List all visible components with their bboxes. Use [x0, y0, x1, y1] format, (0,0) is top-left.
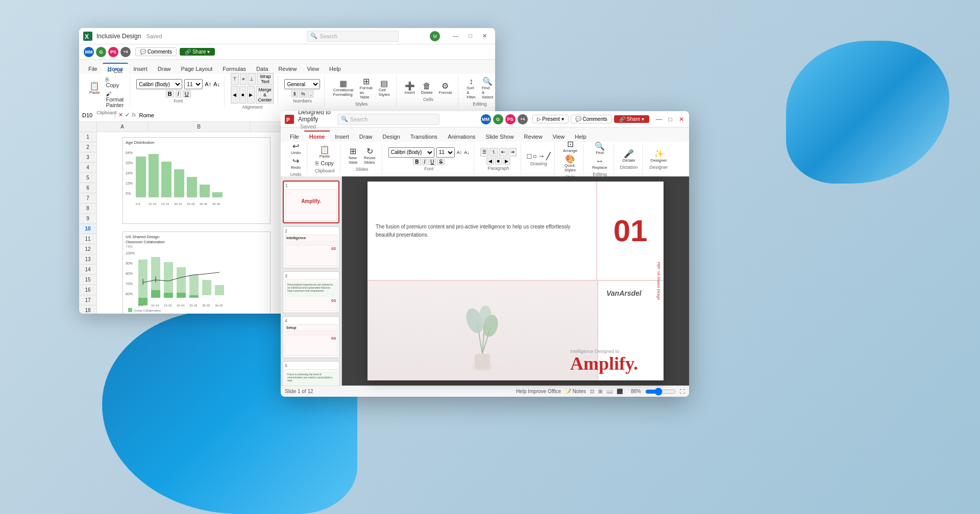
ppt-font-shrink[interactable]: A↓ [464, 150, 470, 155]
ppt-align-left-btn[interactable]: ◀ [486, 158, 494, 165]
ppt-tab-home[interactable]: Home [304, 131, 330, 142]
present-btn[interactable]: ▷ Present ▾ [532, 115, 569, 123]
underline-btn[interactable]: U [183, 90, 191, 97]
ppt-view-presentation[interactable]: ⬛ [617, 389, 623, 394]
align-left-btn[interactable]: ◀ [231, 86, 238, 104]
ppt-zoom-slider[interactable] [645, 388, 676, 396]
font-family-select[interactable]: Calibri (Body) [136, 79, 182, 89]
font-grow-btn[interactable]: A↑ [205, 82, 211, 87]
conditional-format-btn[interactable]: ▦ ConditionalFormatting [331, 76, 355, 100]
ppt-tab-animations[interactable]: Animations [443, 132, 480, 142]
ppt-indent-increase-btn[interactable]: ⇥ [508, 148, 517, 157]
merge-center-btn[interactable]: Merge & Center [256, 86, 274, 104]
ppt-strike-btn[interactable]: S [437, 159, 445, 165]
ppt-underline-btn[interactable]: U [428, 159, 436, 165]
formula-cancel-icon[interactable]: ✕ [118, 112, 123, 118]
excel-tab-view[interactable]: View [302, 64, 324, 74]
excel-tab-pagelayout[interactable]: Page Layout [176, 64, 217, 74]
insert-btn[interactable]: ➕ Insert [403, 81, 417, 96]
ppt-tab-file[interactable]: File [285, 132, 304, 142]
align-middle-btn[interactable]: ≡ [240, 73, 247, 85]
ppt-font-size[interactable]: 11 [436, 147, 455, 158]
font-size-select[interactable]: 11 [184, 79, 203, 89]
ppt-view-slide-sorter[interactable]: ⊞ [598, 389, 602, 394]
ppt-close-btn[interactable]: ✕ [678, 116, 685, 123]
ppt-tab-design[interactable]: Design [377, 132, 405, 142]
excel-search-bar[interactable]: 🔍 Search [307, 31, 399, 42]
ppt-minimize-btn[interactable]: — [655, 116, 663, 123]
ppt-font-grow[interactable]: A↑ [457, 150, 462, 155]
ppt-bold-btn[interactable]: B [413, 159, 421, 165]
align-center-btn[interactable]: ■ [239, 86, 246, 104]
excel-comments-btn[interactable]: 💬 Comments [135, 47, 177, 56]
shape-square[interactable]: □ [527, 152, 531, 160]
dictate-btn[interactable]: 🎤Dictate [621, 149, 638, 164]
align-bottom-btn[interactable]: ⊥ [248, 73, 256, 85]
ppt-slide-1[interactable]: The fusion of premium content and pro-ac… [368, 182, 664, 380]
find-select-btn[interactable]: 🔍 Find &Select [480, 76, 495, 100]
ppt-fit-slide-btn[interactable]: ⛶ [680, 389, 685, 394]
ppt-align-right-btn[interactable]: ▶ [503, 158, 510, 165]
slide-thumb-1[interactable]: 1 ▪ ▪ Amplify. [283, 181, 339, 223]
ppt-align-center-btn[interactable]: ■ [495, 158, 502, 165]
ppt-tab-transitions[interactable]: Transitions [405, 132, 443, 142]
align-right-btn[interactable]: ▶ [247, 86, 255, 104]
delete-btn[interactable]: 🗑 Delete [419, 81, 435, 96]
ppt-tab-insert[interactable]: Insert [330, 132, 354, 142]
bold-btn[interactable]: B [166, 90, 174, 97]
ppt-numbering-btn[interactable]: ⒈ [489, 148, 498, 157]
ppt-indent-decrease-btn[interactable]: ⇤ [499, 148, 507, 157]
ppt-maximize-btn[interactable]: □ [667, 116, 674, 123]
sort-filter-btn[interactable]: ↕ Sort &Filter [464, 76, 478, 100]
wrap-text-btn[interactable]: Wrap Text [257, 73, 274, 85]
slide-thumb-4[interactable]: 4 Setup 04 [283, 316, 339, 358]
ppt-view-reading[interactable]: 📖 [606, 389, 612, 394]
excel-tab-draw[interactable]: Draw [153, 64, 176, 74]
cell-reference[interactable]: D10 [82, 112, 115, 118]
excel-maximize-btn[interactable]: □ [464, 32, 476, 40]
ppt-tab-slideshow[interactable]: Slide Show [481, 132, 519, 142]
shape-arrow[interactable]: → [538, 152, 545, 160]
reuse-slides-btn[interactable]: ↻ReuseSlides [362, 146, 378, 166]
paste-btn[interactable]: 📋 Paste [87, 67, 102, 109]
excel-close-btn[interactable]: ✕ [478, 32, 491, 40]
italic-btn[interactable]: I [176, 90, 181, 97]
excel-tab-help[interactable]: Help [324, 64, 346, 74]
formula-fx-icon[interactable]: fx [132, 112, 136, 118]
currency-btn[interactable]: $ [291, 90, 298, 97]
excel-tab-data[interactable]: Data [251, 64, 273, 74]
shape-circle[interactable]: ○ [532, 152, 536, 160]
percent-btn[interactable]: % [299, 90, 307, 97]
arrange-btn[interactable]: ⊡Arrange [561, 139, 579, 154]
excel-minimize-btn[interactable]: — [449, 32, 462, 40]
format-painter-btn[interactable]: 🖌 Format Painter [104, 90, 126, 109]
ppt-search-bar[interactable]: 🔍 Search [337, 114, 439, 125]
quick-styles-btn[interactable]: 🎨QuickStyles [562, 154, 578, 173]
ppt-comments-btn[interactable]: 💬 Comments [571, 115, 612, 123]
ppt-font-family[interactable]: Calibri (Body) [388, 147, 434, 158]
excel-tab-formulas[interactable]: Formulas [217, 64, 251, 74]
excel-tab-review[interactable]: Review [273, 64, 302, 74]
ppt-tab-review[interactable]: Review [519, 132, 548, 142]
slide-thumb-5[interactable]: 5 Focus is achieving the level of concen… [283, 361, 339, 386]
ppt-redo-btn[interactable]: ↪Redo [289, 156, 303, 171]
copy-btn[interactable]: ⎘ Copy [104, 76, 126, 89]
ppt-tab-draw[interactable]: Draw [354, 132, 378, 142]
align-top-btn[interactable]: ⊤ [231, 73, 239, 85]
comma-btn[interactable]: , [308, 90, 314, 97]
ppt-find-btn[interactable]: 🔍Find [593, 141, 607, 156]
ppt-view-normal[interactable]: ⊡ [590, 389, 594, 394]
font-shrink-btn[interactable]: A↓ [213, 82, 220, 87]
formula-confirm-icon[interactable]: ✓ [125, 112, 130, 118]
new-slide-btn[interactable]: ⊞NewSlide [347, 146, 360, 166]
ppt-copy-btn[interactable]: ⎘ Copy [313, 160, 336, 167]
format-as-table-btn[interactable]: ⊞ Format asTable [358, 76, 375, 100]
format-btn[interactable]: ⚙ Format [437, 81, 454, 96]
slide-thumb-3[interactable]: 3 Personalised experiences are tailored … [283, 271, 339, 313]
ppt-share-btn[interactable]: 🔗 Share ▾ [614, 115, 649, 123]
designer-btn[interactable]: ✨Designer [649, 149, 669, 164]
number-format-select[interactable]: General [284, 79, 320, 89]
cut-btn[interactable]: ✂ Cut [104, 67, 126, 75]
excel-tab-insert[interactable]: Insert [128, 64, 153, 74]
ppt-bullet-btn[interactable]: ☰ [480, 148, 488, 157]
